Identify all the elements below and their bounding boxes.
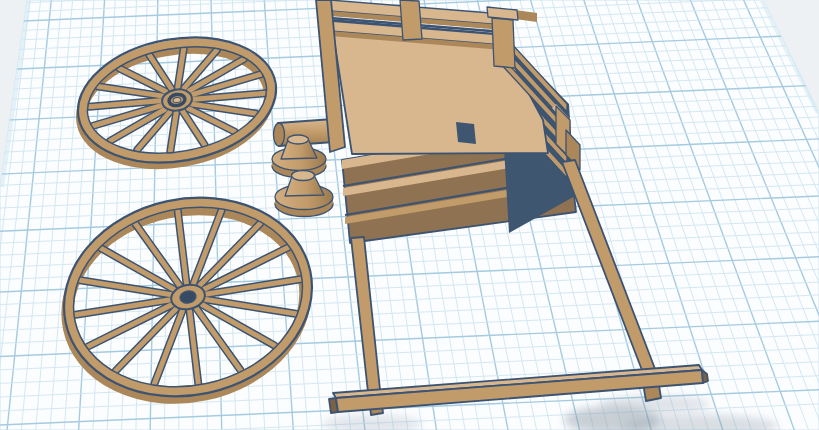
scene-canvas[interactable] (0, 0, 819, 430)
viewport-3d[interactable] (0, 0, 819, 430)
